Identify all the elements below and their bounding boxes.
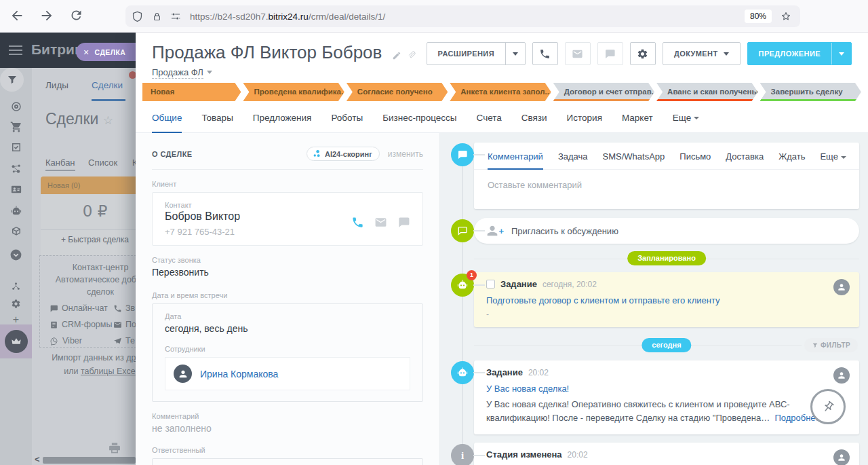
stage-consent[interactable]: Согласие получено xyxy=(347,83,448,101)
stage-questionnaire[interactable]: Анкета клиента запол... xyxy=(450,83,551,101)
call-status-value[interactable]: Перезвонить xyxy=(152,267,423,278)
mail-icon[interactable] xyxy=(374,216,387,229)
chevron-down-icon xyxy=(207,71,212,74)
comment-value[interactable]: не заполнено xyxy=(152,423,423,434)
composer-tab-wait[interactable]: Ждать xyxy=(778,151,805,169)
planned-divider: Запланировано xyxy=(474,251,859,265)
today-badge: сегодня xyxy=(642,338,691,352)
extensions-button[interactable]: РАСШИРЕНИЯ xyxy=(427,42,526,65)
filter-button[interactable]: ФИЛЬТР xyxy=(804,338,858,352)
employees-label: Сотрудники xyxy=(165,345,410,353)
tab-robots[interactable]: Роботы xyxy=(331,113,363,132)
stage-new[interactable]: Новая xyxy=(142,83,241,101)
task-link[interactable]: Подготовьте договор с клиентом и отправь… xyxy=(486,295,847,305)
call-icon[interactable] xyxy=(351,216,364,229)
employee-link[interactable]: Ирина Кормакова xyxy=(200,369,278,379)
bookmark-star-icon[interactable] xyxy=(780,10,792,23)
invite-to-discussion[interactable]: + Пригласить к обсуждению xyxy=(474,218,859,244)
meeting-box: Дата сегодня, весь день Сотрудники Ирина… xyxy=(152,303,423,402)
shield-icon[interactable] xyxy=(131,10,144,22)
ai-scoring-chip[interactable]: AI24-скоринг xyxy=(307,147,380,161)
forward-icon[interactable] xyxy=(39,8,54,23)
deal-detail-panel: Продажа ФЛ Виктор Бобров Продажа ФЛ РАСШ… xyxy=(136,33,868,465)
pencil-icon[interactable] xyxy=(392,49,401,60)
pin-button[interactable] xyxy=(810,389,846,424)
task-subject-link[interactable]: У Вас новая сделка! xyxy=(486,384,847,394)
avatar xyxy=(833,449,850,465)
meeting-label: Дата и время встречи xyxy=(152,291,423,299)
stage-advance-received[interactable]: Аванс и скан получены xyxy=(656,83,757,101)
timeline-rail xyxy=(462,153,463,465)
tab-invoices[interactable]: Счета xyxy=(477,113,502,132)
robot-task-icon xyxy=(451,361,474,384)
call-button[interactable] xyxy=(532,42,558,65)
document-button[interactable]: ДОКУМЕНТ xyxy=(663,42,741,65)
task-body: У Вас новая сделка! Оперативно свяжитесь… xyxy=(486,398,847,425)
client-label: Клиент xyxy=(152,180,423,188)
client-card: Контакт Бобров Виктор +7 921 765-43-21 xyxy=(152,192,423,246)
tab-market[interactable]: Маркет xyxy=(622,113,653,132)
avatar xyxy=(174,365,192,383)
stage-qualified[interactable]: Проведена квалифика... xyxy=(243,83,344,101)
menu-icon[interactable] xyxy=(9,45,22,58)
discussion-bubble-icon xyxy=(451,219,474,242)
browser-toolbar: https://b24-sd20h7.bitrix24.ru/crm/deal/… xyxy=(0,0,868,33)
tab-quotes[interactable]: Предложения xyxy=(253,113,312,132)
composer-tab-comment[interactable]: Комментарий xyxy=(488,151,543,170)
close-icon[interactable]: × xyxy=(83,47,90,58)
about-deal-header: О СДЕЛКЕ xyxy=(152,150,193,158)
dim-overlay xyxy=(0,68,136,465)
edit-link[interactable]: изменить xyxy=(388,149,423,159)
composer-tab-task[interactable]: Задача xyxy=(558,151,588,169)
planned-badge: Запланировано xyxy=(627,251,706,265)
stage-contract-sent[interactable]: Договор и счет отправ... xyxy=(553,83,654,101)
task-checkbox[interactable] xyxy=(486,280,495,289)
paperclip-icon[interactable] xyxy=(407,49,416,60)
tab-general[interactable]: Общие xyxy=(152,113,182,133)
settings-gear-button[interactable] xyxy=(630,42,656,65)
task-title: Задание xyxy=(500,279,537,289)
email-button[interactable] xyxy=(565,42,591,65)
composer-tab-email[interactable]: Письмо xyxy=(679,151,711,169)
proposal-button[interactable]: ПРЕДЛОЖЕНИЕ xyxy=(747,42,852,65)
task-note: - xyxy=(486,310,847,319)
date-value[interactable]: сегодня, весь день xyxy=(165,323,410,334)
stage-changed-card: Стадия изменена 20:02 Новая → Анкета кли… xyxy=(474,443,859,465)
stage-pipeline: Новая Проведена квалифика... Согласие по… xyxy=(142,83,861,101)
tab-history[interactable]: История xyxy=(567,113,602,132)
zoom-level-badge[interactable]: 80% xyxy=(745,10,772,23)
robot-task-icon: 1 xyxy=(451,274,474,297)
slider-tab-deal[interactable]: × СДЕЛКА xyxy=(76,43,136,61)
lock-icon xyxy=(151,10,163,22)
url-bar[interactable]: https://b24-sd20h7.bitrix24.ru/crm/deal/… xyxy=(125,5,800,27)
tab-more[interactable]: Еще xyxy=(673,113,699,132)
background-page: Битрикс × СДЕЛКА + Лиды Сделки Сделки ☆ … xyxy=(0,33,136,465)
composer-tab-sms[interactable]: SMS/WhatsApp xyxy=(603,151,665,169)
proposal-dropdown[interactable] xyxy=(831,43,851,64)
tab-links[interactable]: Связи xyxy=(521,113,547,132)
permissions-icon[interactable] xyxy=(170,10,182,23)
tab-bizproc[interactable]: Бизнес-процессы xyxy=(382,113,456,132)
composer-tab-delivery[interactable]: Доставка xyxy=(726,151,764,169)
deal-category-selector[interactable]: Продажа ФЛ xyxy=(152,67,203,79)
extensions-dropdown[interactable] xyxy=(505,43,525,64)
employee-item: Ирина Кормакова xyxy=(165,357,410,390)
chat-button[interactable] xyxy=(597,42,623,65)
comment-input[interactable]: Оставьте комментарий xyxy=(474,170,859,209)
task-title: Задание xyxy=(486,367,523,377)
tab-products[interactable]: Товары xyxy=(201,113,233,132)
comment-composer: Комментарий Задача SMS/WhatsApp Письмо Д… xyxy=(474,143,859,209)
counter-badge: 1 xyxy=(467,270,477,280)
ai-dots-icon xyxy=(313,149,321,158)
chat-icon[interactable] xyxy=(397,216,410,229)
funnel-icon xyxy=(812,342,818,349)
back-icon[interactable] xyxy=(9,8,24,23)
responsible-box xyxy=(152,458,423,465)
contact-label: Контакт xyxy=(165,201,410,209)
avatar xyxy=(833,279,850,295)
add-person-icon: + xyxy=(485,223,502,238)
call-status-label: Статус звонка xyxy=(152,256,423,264)
stage-close-deal[interactable]: Завершить сделку xyxy=(760,83,861,101)
reload-icon[interactable] xyxy=(69,8,83,22)
composer-tab-more[interactable]: Еще xyxy=(820,151,846,169)
